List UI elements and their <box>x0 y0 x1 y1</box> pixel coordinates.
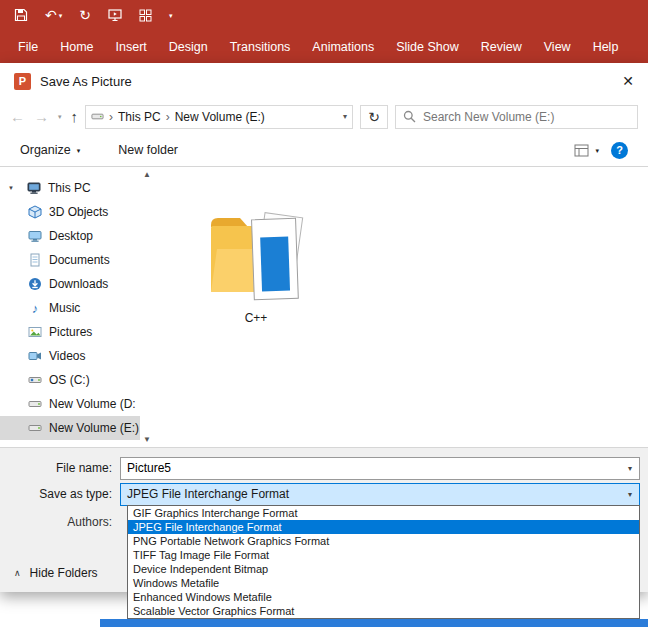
up-one-level-icon[interactable]: ↑ <box>71 108 79 125</box>
quick-access-toolbar: ↶ ▾ ↻ ▾ <box>0 0 648 30</box>
sidebar-label: Music <box>49 301 80 315</box>
refresh-button[interactable]: ↻ <box>360 105 388 129</box>
grid-view-button[interactable] <box>139 9 152 22</box>
save-as-type-label: Save as type: <box>0 487 120 501</box>
sidebar-item-music[interactable]: ♪ Music <box>0 296 140 320</box>
save-as-type-combobox[interactable]: JPEG File Interchange Format ▾ <box>120 483 640 506</box>
tab-animations[interactable]: Animations <box>312 40 374 54</box>
refresh-icon: ↻ <box>368 109 380 125</box>
sidebar-item-downloads[interactable]: Downloads <box>0 272 140 296</box>
close-icon[interactable]: ✕ <box>622 73 634 89</box>
drive-icon <box>91 110 104 123</box>
views-caret-icon: ▾ <box>595 147 599 154</box>
help-button[interactable]: ? <box>611 142 628 159</box>
sidebar-label: 3D Objects <box>49 205 108 219</box>
tab-help[interactable]: Help <box>593 40 619 54</box>
hide-folders-label: Hide Folders <box>30 566 98 580</box>
format-option-emf[interactable]: Enhanced Windows Metafile <box>128 590 639 604</box>
organize-caret-icon: ▾ <box>77 147 81 154</box>
sidebar-item-3d-objects[interactable]: 3D Objects <box>0 200 140 224</box>
folder-icon <box>201 179 311 307</box>
organize-button[interactable]: Organize ▾ <box>20 143 80 157</box>
tab-home[interactable]: Home <box>60 40 93 54</box>
expand-chevron-icon[interactable]: ▼ <box>8 185 20 191</box>
save-as-type-caret-icon[interactable]: ▾ <box>621 490 639 499</box>
scroll-down-icon[interactable]: ▼ <box>143 435 151 444</box>
sidebar-item-videos[interactable]: Videos <box>0 344 140 368</box>
3d-objects-icon <box>28 205 42 219</box>
breadcrumb[interactable]: › This PC › New Volume (E:) ▾ <box>85 105 353 129</box>
tab-review[interactable]: Review <box>481 40 522 54</box>
hide-folders-button[interactable]: ∧ Hide Folders <box>14 566 98 580</box>
tab-transitions[interactable]: Transitions <box>230 40 291 54</box>
forward-icon[interactable]: → <box>34 108 49 125</box>
documents-icon <box>28 253 42 267</box>
save-button[interactable] <box>14 8 28 22</box>
undo-button[interactable]: ↶ ▾ <box>45 8 62 22</box>
new-folder-label: New folder <box>118 143 178 157</box>
back-icon[interactable]: ← <box>10 108 25 125</box>
format-option-dib[interactable]: Device Independent Bitmap <box>128 562 639 576</box>
authors-label: Authors: <box>0 515 120 529</box>
address-dropdown-caret-icon[interactable]: ▾ <box>343 112 347 121</box>
sidebar-label: Pictures <box>49 325 92 339</box>
powerpoint-app-icon: P <box>14 73 31 90</box>
ribbon-tab-bar: File Home Insert Design Transitions Anim… <box>0 30 648 63</box>
sidebar-item-new-volume-d[interactable]: New Volume (D: <box>0 392 140 416</box>
navigation-bar: ← → ▾ ↑ › This PC › New Volume (E:) ▾ ↻ <box>0 99 648 134</box>
redo-button[interactable]: ↻ <box>79 8 91 22</box>
change-view-button[interactable]: ▾ <box>574 144 599 157</box>
format-option-wmf[interactable]: Windows Metafile <box>128 576 639 590</box>
command-bar: Organize ▾ New folder ▾ ? <box>0 134 648 167</box>
sidebar-label: Desktop <box>49 229 93 243</box>
this-pc-icon <box>27 181 41 195</box>
file-name-field[interactable]: ▾ <box>120 457 640 480</box>
format-option-gif[interactable]: GIF Graphics Interchange Format <box>128 506 639 520</box>
sidebar-label: New Volume (D: <box>49 397 136 411</box>
customize-qat-button[interactable]: ▾ <box>169 12 173 19</box>
navigation-pane: ▼ This PC 3D Objects Desktop Documents D… <box>0 167 140 447</box>
help-question-icon: ? <box>616 144 623 156</box>
tab-slide-show[interactable]: Slide Show <box>396 40 459 54</box>
scroll-up-icon[interactable]: ▲ <box>143 170 151 179</box>
format-option-tiff[interactable]: TIFF Tag Image File Format <box>128 548 639 562</box>
sidebar-item-pictures[interactable]: Pictures <box>0 320 140 344</box>
tab-view[interactable]: View <box>544 40 571 54</box>
search-box[interactable] <box>395 105 638 129</box>
breadcrumb-new-volume-e[interactable]: New Volume (E:) <box>175 110 265 124</box>
sidebar-item-new-volume-e[interactable]: New Volume (E:) <box>0 416 140 440</box>
format-option-png[interactable]: PNG Portable Network Graphics Format <box>128 534 639 548</box>
start-slideshow-button[interactable] <box>108 8 122 22</box>
videos-icon <box>28 349 42 363</box>
sidebar-item-documents[interactable]: Documents <box>0 248 140 272</box>
new-folder-button[interactable]: New folder <box>118 143 178 157</box>
format-option-jpeg[interactable]: JPEG File Interchange Format <box>128 520 639 534</box>
file-name-input[interactable] <box>121 461 621 475</box>
format-option-svg[interactable]: Scalable Vector Graphics Format <box>128 604 639 618</box>
folder-name: C++ <box>196 311 316 325</box>
sidebar-item-this-pc[interactable]: ▼ This PC <box>0 176 140 200</box>
file-name-label: File name: <box>0 461 120 475</box>
drive-icon <box>28 397 42 411</box>
desktop-icon <box>28 229 42 243</box>
search-input[interactable] <box>423 110 630 124</box>
sidebar-scrollbar[interactable]: ▲ ▼ <box>140 167 154 447</box>
tab-design[interactable]: Design <box>169 40 208 54</box>
tab-file[interactable]: File <box>18 40 38 54</box>
drive-icon <box>28 421 42 435</box>
breadcrumb-this-pc[interactable]: This PC <box>118 110 161 124</box>
sidebar-item-desktop[interactable]: Desktop <box>0 224 140 248</box>
music-icon: ♪ <box>28 301 42 316</box>
os-drive-icon <box>28 373 42 387</box>
save-as-type-value: JPEG File Interchange Format <box>127 487 289 501</box>
organize-label: Organize <box>20 143 71 157</box>
tab-insert[interactable]: Insert <box>116 40 147 54</box>
file-name-caret-icon[interactable]: ▾ <box>621 464 639 473</box>
slideshow-icon <box>108 8 122 22</box>
recent-locations-caret-icon[interactable]: ▾ <box>58 113 62 120</box>
undo-dropdown-caret-icon[interactable]: ▾ <box>59 12 63 19</box>
sidebar-item-os-c[interactable]: OS (C:) <box>0 368 140 392</box>
dialog-title: Save As Picture <box>40 74 132 89</box>
dialog-content: ▼ This PC 3D Objects Desktop Documents D… <box>0 167 648 447</box>
folder-item-cpp[interactable]: C++ <box>196 179 316 325</box>
